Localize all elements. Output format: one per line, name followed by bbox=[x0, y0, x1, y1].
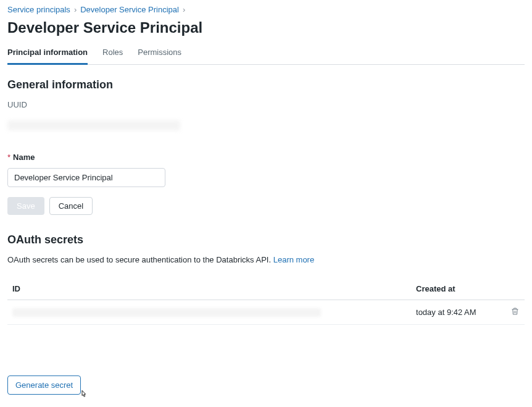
breadcrumb: Service principals › Developer Service P… bbox=[7, 5, 525, 14]
tab-roles[interactable]: Roles bbox=[102, 43, 123, 65]
generate-secret-button[interactable]: Generate secret bbox=[7, 376, 81, 395]
chevron-right-icon: › bbox=[74, 5, 77, 14]
oauth-description: OAuth secrets can be used to secure auth… bbox=[7, 255, 525, 264]
cursor-pointer-icon bbox=[78, 389, 89, 400]
created-at-value: today at 9:42 AM bbox=[411, 300, 500, 325]
chevron-right-icon: › bbox=[183, 5, 185, 14]
name-input[interactable] bbox=[7, 168, 165, 187]
tabs: Principal information Roles Permissions bbox=[7, 43, 525, 65]
secrets-table: ID Created at today at 9:42 AM bbox=[7, 278, 525, 325]
learn-more-link[interactable]: Learn more bbox=[273, 255, 314, 264]
secret-id-redacted bbox=[12, 308, 321, 317]
cancel-button[interactable]: Cancel bbox=[49, 197, 93, 215]
tab-permissions[interactable]: Permissions bbox=[138, 43, 181, 65]
column-header-id: ID bbox=[7, 278, 411, 300]
uuid-label: UUID bbox=[7, 100, 525, 109]
breadcrumb-root[interactable]: Service principals bbox=[7, 5, 70, 14]
general-information-heading: General information bbox=[7, 78, 525, 91]
tab-principal-information[interactable]: Principal information bbox=[7, 43, 88, 65]
uuid-value-redacted bbox=[7, 120, 180, 130]
page-title: Developer Service Principal bbox=[7, 19, 525, 36]
required-asterisk: * bbox=[7, 153, 10, 162]
name-label: Name bbox=[13, 153, 35, 162]
table-row: today at 9:42 AM bbox=[7, 300, 525, 325]
save-button[interactable]: Save bbox=[7, 197, 44, 215]
trash-icon[interactable] bbox=[510, 309, 520, 318]
breadcrumb-current[interactable]: Developer Service Principal bbox=[80, 5, 179, 14]
column-header-created: Created at bbox=[411, 278, 500, 300]
oauth-secrets-heading: OAuth secrets bbox=[7, 233, 525, 246]
